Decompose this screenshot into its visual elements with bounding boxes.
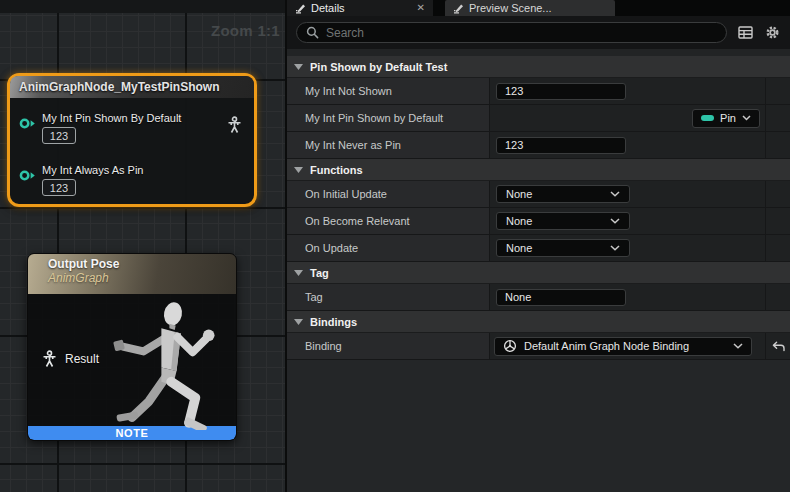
running-mannequin-image <box>76 296 236 430</box>
pin-row-always-as-pin: My Int Always As Pin <box>19 164 143 196</box>
property-label: On Become Relevant <box>305 215 410 227</box>
pin-label: My Int Always As Pin <box>42 164 143 176</box>
binding-dropdown[interactable]: Default Anim Graph Node Binding <box>494 337 752 356</box>
collapse-triangle-icon <box>294 167 303 173</box>
property-label: Tag <box>305 291 323 303</box>
property-row-my-int-pin-shown: My Int Pin Shown by Default Pin <box>287 105 790 132</box>
my-int-never-pin-input[interactable] <box>496 137 626 154</box>
result-pin-label: Result <box>65 352 99 366</box>
chevron-down-icon <box>610 218 620 224</box>
tab-preview-scene[interactable]: Preview Scene... <box>445 0 615 16</box>
property-row-on-initial-update: On Initial Update None <box>287 181 790 208</box>
output-pose-header[interactable]: Output Pose AnimGraph <box>28 254 236 294</box>
my-int-not-shown-input[interactable] <box>496 83 626 100</box>
result-pin-row[interactable]: Result <box>42 350 99 368</box>
graph-top-border <box>0 0 285 13</box>
output-pose-subtitle: AnimGraph <box>48 271 236 285</box>
pose-person-icon <box>42 350 57 368</box>
pin-capsule-icon <box>701 115 714 121</box>
chevron-down-icon <box>742 115 751 121</box>
panel-empty-area <box>287 360 790 492</box>
pin-default-value-input[interactable] <box>42 127 76 144</box>
on-update-dropdown[interactable]: None <box>496 239 630 257</box>
anim-graph-canvas[interactable]: Zoom 1:1 AnimGraphNode_MyTestPinShown My… <box>0 0 285 492</box>
output-pose-title: Output Pose <box>48 257 236 271</box>
property-row-on-become-relevant: On Become Relevant None <box>287 208 790 235</box>
tag-input[interactable] <box>496 289 626 306</box>
zoom-level-label: Zoom 1:1 <box>211 22 280 39</box>
unreal-anim-blueprint-editor: Zoom 1:1 AnimGraphNode_MyTestPinShown My… <box>0 0 790 492</box>
output-pose-node[interactable]: Output Pose AnimGraph <box>27 253 237 441</box>
details-panel: Details ✕ Preview Scene... <box>285 0 790 492</box>
node-header[interactable]: AnimGraphNode_MyTestPinShown <box>10 76 254 98</box>
search-icon <box>306 26 319 39</box>
preview-tab-icon <box>453 3 464 14</box>
node-title: AnimGraphNode_MyTestPinShown <box>19 80 219 94</box>
search-input[interactable] <box>326 26 717 40</box>
tab-close-icon[interactable]: ✕ <box>417 3 425 13</box>
int-pin-icon[interactable] <box>19 117 36 130</box>
collapse-triangle-icon <box>294 319 303 325</box>
panel-tab-bar: Details ✕ Preview Scene... <box>287 0 790 16</box>
pin-default-value-input[interactable] <box>42 179 76 196</box>
int-pin-icon[interactable] <box>19 169 36 182</box>
display-filter-icon[interactable] <box>736 24 754 42</box>
property-row-my-int-not-shown: My Int Not Shown <box>287 78 790 105</box>
pose-watch-person-icon[interactable] <box>227 116 242 134</box>
section-header-functions[interactable]: Functions <box>287 159 790 181</box>
property-label: On Initial Update <box>305 188 387 200</box>
chevron-down-icon <box>733 343 743 349</box>
property-row-my-int-never-pin: My Int Never as Pin <box>287 132 790 159</box>
binding-sphere-icon <box>503 339 517 353</box>
property-label: My Int Pin Shown by Default <box>305 112 443 124</box>
tab-details[interactable]: Details ✕ <box>287 0 433 16</box>
property-row-tag: Tag <box>287 284 790 311</box>
tab-details-label: Details <box>311 2 345 14</box>
reset-to-default-icon[interactable] <box>772 341 785 352</box>
search-box[interactable] <box>296 22 727 43</box>
tab-preview-label: Preview Scene... <box>469 2 552 14</box>
collapse-triangle-icon <box>294 270 303 276</box>
property-row-on-update: On Update None <box>287 235 790 262</box>
pin-visibility-dropdown[interactable]: Pin <box>692 109 760 128</box>
property-label: My Int Not Shown <box>305 85 392 97</box>
property-label: My Int Never as Pin <box>305 139 401 151</box>
settings-gear-icon[interactable] <box>763 24 781 42</box>
property-row-binding: Binding Default Anim Graph Node Binding <box>287 333 790 360</box>
anim-graph-node-selected[interactable]: AnimGraphNode_MyTestPinShown My Int Pin … <box>7 73 257 207</box>
property-label: On Update <box>305 242 358 254</box>
collapse-triangle-icon <box>294 64 303 70</box>
details-tab-icon <box>295 3 306 14</box>
spacer <box>287 49 790 56</box>
section-header-pin-shown[interactable]: Pin Shown by Default Test <box>287 56 790 78</box>
section-header-bindings[interactable]: Bindings <box>287 311 790 333</box>
property-list: Pin Shown by Default Test My Int Not Sho… <box>287 49 790 492</box>
section-header-tag[interactable]: Tag <box>287 262 790 284</box>
chevron-down-icon <box>610 245 620 251</box>
pin-row-shown-by-default: My Int Pin Shown By Default <box>19 112 181 144</box>
on-initial-update-dropdown[interactable]: None <box>496 185 630 203</box>
on-become-relevant-dropdown[interactable]: None <box>496 212 630 230</box>
chevron-down-icon <box>610 191 620 197</box>
output-pose-body: Result <box>28 294 236 426</box>
search-row <box>287 16 790 49</box>
pin-label: My Int Pin Shown By Default <box>42 112 181 124</box>
property-label: Binding <box>305 340 342 352</box>
